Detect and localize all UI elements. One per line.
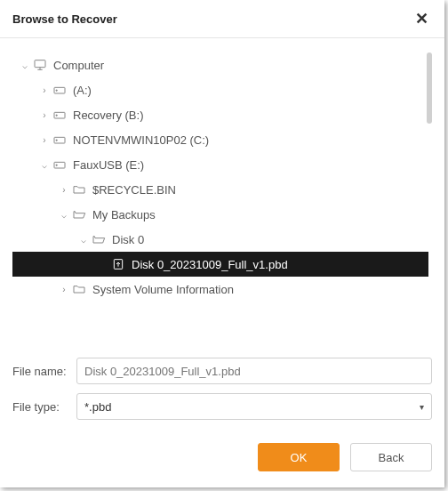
folder-open-icon: [71, 206, 87, 222]
chevron-down-icon: ▾: [420, 402, 424, 412]
tree-label: My Backups: [92, 208, 156, 221]
browse-dialog: Browse to Recover ✕ ⌵ Computer › (A:) ›: [0, 0, 444, 487]
chevron-down-icon[interactable]: ⌵: [76, 235, 91, 245]
tree-label: System Volume Information: [92, 283, 234, 296]
svg-rect-0: [35, 60, 45, 68]
svg-point-4: [56, 90, 57, 91]
dialog-title: Browse to Recover: [12, 12, 117, 26]
tree-label: Recovery (B:): [73, 109, 143, 122]
tree-node-disk0[interactable]: ⌵ Disk 0: [12, 227, 428, 252]
tree-node-computer[interactable]: ⌵ Computer: [12, 52, 428, 77]
chevron-down-icon[interactable]: ⌵: [18, 60, 32, 70]
tree-label: Disk 0: [112, 233, 144, 246]
scrollbar-thumb[interactable]: [427, 52, 432, 124]
dialog-header: Browse to Recover ✕: [0, 0, 444, 38]
svg-point-8: [56, 140, 57, 141]
filetype-value: *.pbd: [84, 400, 111, 414]
chevron-right-icon[interactable]: ›: [57, 285, 71, 294]
folder-icon: [71, 281, 87, 297]
svg-point-10: [56, 165, 57, 165]
file-icon: [110, 256, 126, 272]
chevron-right-icon[interactable]: ›: [37, 85, 52, 95]
dialog-footer: OK Back: [0, 429, 444, 487]
folder-open-icon: [91, 231, 107, 247]
tree-node-my-backups[interactable]: ⌵ My Backups: [12, 202, 428, 227]
filename-input[interactable]: [76, 358, 432, 384]
monitor-icon: [32, 57, 48, 73]
drive-icon: [52, 132, 68, 148]
tree-node-sysvol[interactable]: › System Volume Information: [12, 277, 428, 302]
chevron-right-icon[interactable]: ›: [37, 135, 52, 145]
chevron-down-icon[interactable]: ⌵: [37, 160, 52, 170]
tree-node-drive-a[interactable]: › (A:): [12, 77, 428, 102]
filetype-label: File type:: [12, 400, 76, 414]
tree-label: Computer: [53, 59, 104, 72]
filename-row: File name:: [12, 358, 432, 384]
tree-label: NOTENVMWIN10P02 (C:): [73, 133, 209, 147]
tree-node-recycle[interactable]: › $RECYCLE.BIN: [12, 177, 428, 202]
drive-icon: [52, 157, 68, 173]
filename-label: File name:: [12, 365, 76, 378]
drive-icon: [52, 82, 68, 98]
drive-icon: [52, 107, 68, 123]
chevron-right-icon[interactable]: ›: [37, 110, 52, 120]
filetype-select[interactable]: *.pbd ▾: [76, 393, 432, 420]
svg-point-6: [56, 115, 57, 116]
tree-node-drive-c[interactable]: › NOTENVMWIN10P02 (C:): [12, 127, 428, 152]
tree-label: (A:): [73, 84, 92, 97]
scrollbar[interactable]: [427, 52, 432, 349]
ok-button[interactable]: OK: [258, 443, 340, 471]
tree-label: Disk 0_20231009_Full_v1.pbd: [132, 258, 288, 271]
chevron-right-icon[interactable]: ›: [57, 185, 71, 195]
back-button[interactable]: Back: [350, 443, 432, 471]
tree-node-drive-e[interactable]: ⌵ FauxUSB (E:): [12, 152, 428, 177]
filetype-row: File type: *.pbd ▾: [12, 393, 432, 420]
tree-node-drive-recovery[interactable]: › Recovery (B:): [12, 102, 428, 127]
file-tree: ⌵ Computer › (A:) › Recovery (B:): [12, 52, 432, 349]
tree-label: $RECYCLE.BIN: [92, 183, 176, 197]
close-icon[interactable]: ✕: [412, 9, 432, 28]
folder-icon: [71, 181, 87, 197]
chevron-down-icon[interactable]: ⌵: [57, 210, 71, 220]
tree-node-backup-file[interactable]: Disk 0_20231009_Full_v1.pbd: [12, 252, 428, 277]
tree-label: FauxUSB (E:): [73, 158, 144, 172]
dialog-body: ⌵ Computer › (A:) › Recovery (B:): [0, 38, 444, 429]
